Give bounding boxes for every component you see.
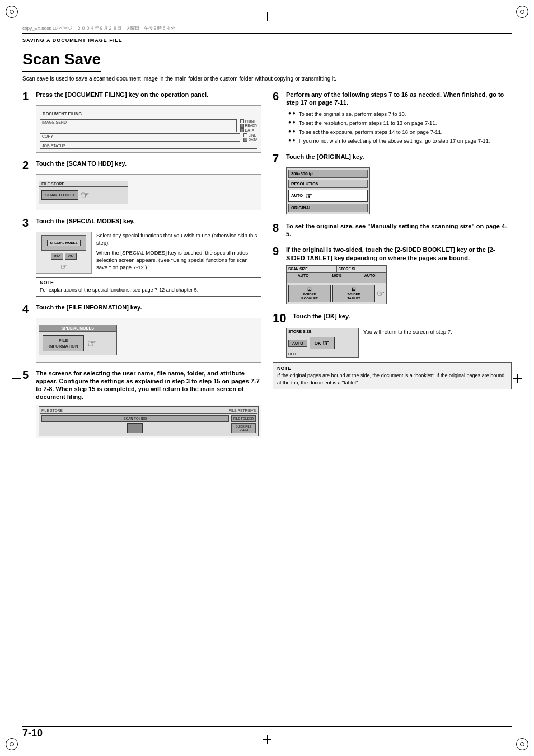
finger-icon-step9: ☞ bbox=[377, 288, 385, 299]
step-9-header: 9 If the original is two-sided, touch th… bbox=[273, 246, 512, 262]
step-5-header: 5 The screens for selecting the user nam… bbox=[22, 369, 261, 401]
step-3-illustration: SPECIAL MODES INV ON ☞ bbox=[36, 232, 92, 274]
bullet-2: ●To set the resolution, perform steps 11… bbox=[288, 119, 512, 126]
section-title: SAVING A DOCUMENT IMAGE FILE bbox=[22, 37, 123, 43]
step-10-side-text: You will return to the screen of step 7. bbox=[363, 328, 512, 335]
right-column: 6 Perform any of the following steps 7 t… bbox=[273, 91, 512, 445]
page-number: 7-10 bbox=[22, 727, 43, 739]
step-3: 3 Touch the [SPECIAL MODES] key. SPECIAL… bbox=[22, 217, 261, 297]
step-10: 10 Touch the [OK] key. STORE SIZE AUTO O… bbox=[273, 312, 512, 389]
two-sided-tablet-btn[interactable]: ⊟2-SIDEDTABLET bbox=[332, 285, 375, 302]
step-2-header: 2 Touch the [SCAN TO HDD] key. bbox=[22, 159, 261, 171]
file-folder-btn[interactable]: FILE FOLDER bbox=[231, 415, 256, 422]
step-5-number: 5 bbox=[22, 369, 32, 381]
step-7: 7 Touch the [ORIGINAL] key. 300x300dpi R… bbox=[273, 153, 512, 214]
cross-bottom bbox=[263, 735, 271, 744]
scan-vals: AUTO 100%— AUTO bbox=[287, 273, 386, 283]
step-2-number: 2 bbox=[22, 159, 32, 171]
step-4: 4 Touch the [FILE INFORMATION] key. SPEC… bbox=[22, 303, 261, 363]
cross-left bbox=[12, 374, 21, 383]
bullet-4: ●If you no not wish to select any of the… bbox=[288, 137, 512, 144]
step-9-screen: SCAN SIZE STORE SI AUTO 100%— AUTO ⊡2-SI… bbox=[286, 265, 387, 304]
step-7-header: 7 Touch the [ORIGINAL] key. bbox=[273, 153, 512, 164]
step-3-note: NOTE For explanations of the special fun… bbox=[36, 277, 261, 297]
scan-auto: AUTO bbox=[287, 273, 320, 283]
step-5-illustration: FILE STORE FILE RETRIEVE SCAN TO HDD FIL… bbox=[36, 405, 261, 438]
step-10-title: Touch the [OK] key. bbox=[293, 312, 512, 320]
finger-icon-step10: ☞ bbox=[322, 339, 330, 348]
main-content: Scan Save Scan save is used to save a sc… bbox=[22, 50, 512, 722]
special-modes-btn[interactable]: SPECIAL MODES bbox=[47, 240, 81, 246]
step-1-title: Press the [DOCUMENT FILING] key on the o… bbox=[36, 91, 261, 98]
step-6-title: Perform any of the following steps 7 to … bbox=[286, 91, 512, 107]
step-8-number: 8 bbox=[273, 222, 283, 233]
note10-title: NOTE bbox=[277, 365, 507, 371]
scan-to-hdd-btn2[interactable]: SCAN TO HDD bbox=[41, 415, 229, 422]
store-auto: AUTO bbox=[353, 273, 386, 283]
finger-icon-step3: ☞ bbox=[60, 262, 68, 271]
step-9-number: 9 bbox=[273, 246, 283, 257]
step-7-illustration-wrapper: 300x300dpi RESOLUTION AUTO ☞ ORIGINAL bbox=[286, 167, 512, 214]
store-size-label: STORE SI bbox=[337, 266, 387, 272]
inv-btn[interactable]: INV bbox=[51, 253, 63, 260]
screen-original: ORIGINAL bbox=[288, 204, 368, 212]
step-9-title: If the original is two-sided, touch the … bbox=[286, 246, 512, 262]
file-information-btn[interactable]: FILEINFORMATION bbox=[43, 335, 84, 352]
step-6-number: 6 bbox=[273, 91, 283, 102]
screen-dpi: 300x300dpi bbox=[288, 170, 368, 178]
step-7-screen: 300x300dpi RESOLUTION AUTO ☞ ORIGINAL bbox=[286, 167, 370, 214]
ded-label: DED bbox=[287, 351, 358, 357]
step-2-title: Touch the [SCAN TO HDD] key. bbox=[36, 159, 261, 167]
step-1-illustration: DOCUMENT FILING IMAGE SEND PRINT READY D… bbox=[36, 105, 261, 153]
two-col-layout: 1 Press the [DOCUMENT FILING] key on the… bbox=[22, 91, 512, 445]
step-1-number: 1 bbox=[22, 91, 32, 102]
step-9-illustration: SCAN SIZE STORE SI AUTO 100%— AUTO ⊡2-SI… bbox=[286, 265, 512, 304]
corner-decoration-br bbox=[516, 738, 528, 750]
step-3-text: Select any special functions that you wi… bbox=[96, 232, 261, 274]
auto-val: AUTO bbox=[288, 340, 307, 347]
panel-job-status: JOB STATUS bbox=[40, 143, 257, 149]
ok-button[interactable]: OK ☞ bbox=[310, 337, 335, 349]
step-3-title: Touch the [SPECIAL MODES] key. bbox=[36, 217, 261, 225]
corner-decoration-tl bbox=[6, 6, 18, 18]
step-1-header: 1 Press the [DOCUMENT FILING] key on the… bbox=[22, 91, 261, 102]
finger-icon-step4: ☞ bbox=[87, 337, 96, 350]
step-10-content: STORE SIZE AUTO OK ☞ DED You will return… bbox=[286, 328, 512, 358]
step4-screen-label: SPECIAL MODES bbox=[39, 325, 116, 332]
scan-header: SCAN SIZE STORE SI bbox=[287, 266, 386, 273]
step-2: 2 Touch the [SCAN TO HDD] key. FILE STOR… bbox=[22, 159, 261, 210]
panel-doc-filing: DOCUMENT FILING bbox=[40, 110, 257, 118]
step-3-content: SPECIAL MODES INV ON ☞ Select any specia… bbox=[36, 232, 261, 274]
ok-row: AUTO OK ☞ bbox=[287, 335, 358, 351]
screen-resolution: RESOLUTION bbox=[288, 180, 368, 188]
sided-btns: ⊡2-SIDEDBOOKLET ⊟2-SIDEDTABLET ☞ bbox=[287, 283, 386, 304]
step-6: 6 Perform any of the following steps 7 t… bbox=[273, 91, 512, 145]
note-title: NOTE bbox=[40, 280, 257, 285]
file-info: copy_EX.book 10 ページ ２００４年９月２８日 火曜日 午後９時５… bbox=[22, 25, 512, 31]
step-10-screen: STORE SIZE AUTO OK ☞ DED bbox=[286, 328, 359, 358]
bullet-1: ●To set the original size, perform steps… bbox=[288, 110, 512, 118]
step-2-illustration: FILE STORE SCAN TO HDD ☞ bbox=[36, 174, 261, 210]
step-4-illustration: SPECIAL MODES FILEINFORMATION ☞ bbox=[36, 318, 261, 363]
step-10-header: 10 Touch the [OK] key. bbox=[273, 312, 512, 325]
step-6-bullets: ●To set the original size, perform steps… bbox=[288, 110, 512, 145]
cross-top bbox=[263, 12, 271, 21]
step-5-title: The screens for selecting the user name,… bbox=[36, 369, 261, 401]
scan-to-hdd-btn[interactable]: SCAN TO HDD bbox=[41, 190, 78, 200]
page-title: Scan Save bbox=[22, 50, 512, 75]
finger-icon-step2: ☞ bbox=[81, 189, 90, 201]
on-btn[interactable]: ON bbox=[65, 253, 77, 260]
quick-file-btn[interactable]: QUICK FILEFOLDER bbox=[231, 423, 256, 433]
panel-copy: COPY bbox=[40, 133, 240, 142]
step-8: 8 To set the original size, see "Manuall… bbox=[273, 222, 512, 238]
intro-text: Scan save is used to save a scanned docu… bbox=[22, 75, 512, 83]
step-10-number: 10 bbox=[273, 312, 289, 325]
two-sided-booklet-btn[interactable]: ⊡2-SIDEDBOOKLET bbox=[288, 285, 331, 302]
bullet-3: ●To select the exposure, perform steps 1… bbox=[288, 128, 512, 135]
screen-auto: AUTO ☞ bbox=[288, 190, 368, 202]
note-text: For explanations of the special function… bbox=[40, 287, 257, 294]
step-1: 1 Press the [DOCUMENT FILING] key on the… bbox=[22, 91, 261, 153]
step-10-note: NOTE If the original pages are bound at … bbox=[273, 362, 512, 389]
header-area: copy_EX.book 10 ページ ２００４年９月２８日 火曜日 午後９時５… bbox=[22, 25, 512, 44]
step-7-number: 7 bbox=[273, 153, 283, 164]
